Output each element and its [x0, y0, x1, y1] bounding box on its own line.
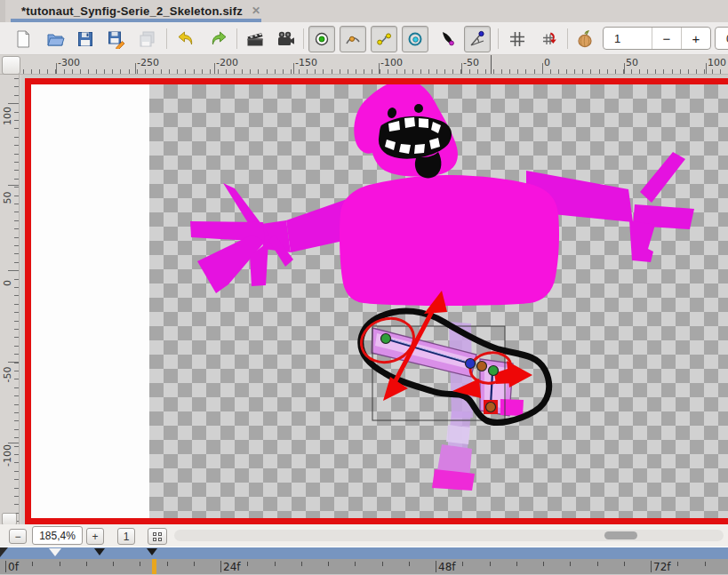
ruler-tick	[14, 120, 19, 121]
ruler-tick	[202, 69, 203, 74]
ruler-tick	[185, 69, 186, 74]
spin-plus-button[interactable]: +	[681, 28, 710, 49]
horizontal-ruler[interactable]: -300-250-200-150-100-50050100	[0, 55, 728, 75]
ruler-tick	[720, 69, 721, 74]
ruler-tick	[104, 69, 105, 74]
ruler-tick	[624, 63, 625, 74]
ruler-tick	[226, 69, 227, 74]
ruler-tick	[623, 69, 624, 74]
render-button[interactable]	[243, 26, 268, 52]
ruler-label: 0	[544, 57, 550, 68]
onion-past-value[interactable]: 1	[604, 32, 652, 45]
zoom-value-field[interactable]: 185,4%	[32, 526, 83, 545]
ruler-tick	[64, 69, 65, 74]
ruler-tick	[129, 69, 130, 74]
toggle-tangent-handles-button[interactable]	[371, 26, 397, 52]
bone-tip-handle-blue[interactable]	[466, 359, 476, 369]
ruler-tick	[299, 69, 300, 74]
character-figure	[190, 84, 694, 306]
toggle-width-handles-button[interactable]	[435, 26, 460, 52]
save-document-button[interactable]	[73, 26, 98, 52]
ruler-tick	[364, 69, 364, 74]
undo-button[interactable]	[173, 26, 198, 52]
save-all-documents-button[interactable]	[135, 26, 160, 52]
onion-future-field[interactable]: 0	[715, 27, 728, 50]
spin-minus-button[interactable]: −	[652, 28, 681, 49]
ruler-label: 50	[2, 185, 13, 212]
ruler-tick	[340, 69, 340, 74]
time-ruler[interactable]: 0f24f48f72f	[0, 559, 728, 575]
timeline-tick	[301, 562, 302, 566]
toggle-grid-show-button[interactable]	[505, 26, 530, 52]
new-document-icon	[13, 29, 33, 49]
ruler-tick	[14, 446, 19, 447]
ruler-tick	[14, 404, 19, 405]
redo-button[interactable]	[206, 26, 231, 52]
artwork-canvas[interactable]	[31, 84, 728, 518]
ruler-tick	[14, 270, 19, 271]
ruler-corner-bottom-button[interactable]	[2, 513, 17, 525]
toggle-radius-handles-button[interactable]	[402, 26, 428, 52]
angle-handle-icon	[468, 29, 487, 49]
ruler-tick	[14, 304, 19, 305]
ruler-tick	[14, 162, 19, 163]
timeline-tick	[167, 562, 168, 566]
keyframe-marker[interactable]	[147, 548, 157, 555]
scrollbar-thumb[interactable]	[604, 531, 637, 539]
vertical-ruler[interactable]: 100500-50-100	[0, 75, 20, 524]
time-cursor[interactable]	[152, 559, 156, 574]
toolbar-separator	[303, 28, 304, 49]
ruler-tick	[161, 69, 162, 74]
grid-snap-icon	[539, 29, 558, 49]
ruler-corner-button[interactable]	[2, 56, 20, 75]
ruler-tick	[14, 363, 19, 363]
save-document-as-button[interactable]	[104, 26, 129, 52]
character-body	[340, 175, 559, 306]
toggle-position-handles-button[interactable]	[308, 26, 335, 52]
bone-end-handle-brown[interactable]	[486, 403, 496, 412]
ruler-tick	[218, 69, 219, 74]
ruler-tick	[47, 69, 48, 74]
bone-origin-handle-green[interactable]	[381, 334, 391, 344]
ruler-tick	[558, 69, 559, 74]
toggle-angle-handles-button[interactable]	[464, 26, 491, 52]
open-document-button[interactable]	[43, 26, 68, 52]
timeline-tick	[194, 562, 195, 566]
ruler-tick	[566, 69, 567, 74]
ruler-tick	[542, 69, 543, 74]
timeline-tick	[436, 562, 436, 566]
zoom-in-button[interactable]: +	[86, 528, 104, 545]
time-track-bar[interactable]	[0, 547, 728, 559]
ruler-tick	[14, 154, 19, 155]
ruler-tick	[14, 395, 19, 396]
bone-joint-handle-brown[interactable]	[477, 362, 487, 371]
timeline-tick	[355, 562, 356, 566]
toggle-onion-skin-button[interactable]	[572, 26, 597, 52]
ruler-tick	[14, 128, 19, 129]
fit-canvas-button[interactable]	[148, 528, 167, 545]
tab-close-icon[interactable]: ✕	[252, 4, 260, 17]
tab-bar: *tutonaut_Synfig-Serie_2_Skeleton.sifz ✕	[0, 0, 728, 22]
ruler-tick	[14, 454, 19, 455]
ruler-tick	[412, 69, 413, 74]
document-tab[interactable]: *tutonaut_Synfig-Serie_2_Skeleton.sifz ✕	[12, 2, 269, 20]
ruler-tick	[55, 69, 56, 74]
onion-past-spinbox: 1 − +	[603, 27, 711, 50]
horizontal-scrollbar[interactable]	[174, 530, 724, 541]
ruler-tick	[14, 95, 19, 96]
undo-icon	[176, 29, 196, 49]
bone-origin-handle-green-2[interactable]	[489, 366, 499, 376]
toggle-vertex-handles-button[interactable]	[340, 26, 366, 52]
ruler-tick	[210, 69, 211, 74]
keyframe-marker[interactable]	[49, 548, 61, 556]
new-document-button[interactable]	[11, 26, 36, 52]
skeleton-widget	[356, 291, 549, 491]
toggle-grid-snap-button[interactable]	[536, 26, 561, 52]
preview-button[interactable]	[273, 26, 298, 52]
ruler-tick	[396, 69, 397, 74]
zoom-out-button[interactable]: −	[9, 529, 27, 544]
zoom-reset-button[interactable]: 1	[117, 528, 135, 545]
timeline-tick	[247, 562, 248, 566]
ruler-tick	[31, 69, 32, 74]
keyframe-marker[interactable]	[94, 548, 105, 555]
